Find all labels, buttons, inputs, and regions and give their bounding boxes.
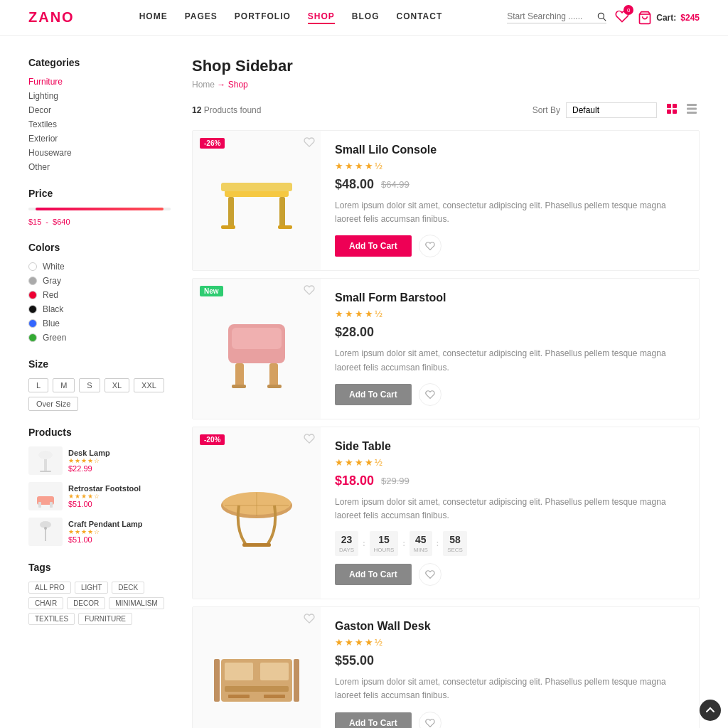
nav-contact[interactable]: CONTACT [396, 11, 442, 24]
view-button[interactable]: 👁 [269, 573, 289, 593]
add-to-cart-button[interactable]: Add To Cart [335, 564, 412, 585]
shop-header: Shop Sidebar Home → Shop [192, 57, 700, 90]
tag-all-pro[interactable]: ALL PRO [28, 582, 71, 594]
price-range-bar[interactable] [28, 208, 171, 210]
nav-home[interactable]: HOME [139, 11, 168, 24]
logo[interactable]: ZANO [28, 9, 75, 26]
product-info: Gaston Wall Desk ★★★★½ $55.00 Lorem ipsu… [321, 607, 699, 728]
category-houseware[interactable]: Houseware [28, 148, 171, 158]
svg-rect-42 [214, 659, 220, 702]
zoom-button[interactable]: 🔍 [224, 722, 244, 729]
size-xl[interactable]: XL [105, 378, 129, 392]
quick-add-button[interactable]: 🛒 [247, 573, 267, 593]
color-red[interactable]: Red [28, 290, 171, 300]
view-button[interactable]: 👁 [269, 722, 289, 729]
price-max: $640 [53, 218, 70, 226]
category-furniture[interactable]: Furniture [28, 77, 171, 87]
mini-product-info: Retrostar Footstool ★★★★☆ $51.00 [68, 484, 171, 508]
nav-blog[interactable]: BLOG [352, 11, 380, 24]
nav-pages[interactable]: PAGES [185, 11, 218, 24]
view-button[interactable]: 👁 [269, 393, 289, 413]
product-wishlist-button[interactable] [419, 712, 441, 729]
gray-dot [28, 277, 37, 285]
tag-furniture[interactable]: FURNITURE [78, 613, 132, 625]
svg-rect-40 [228, 695, 250, 698]
tag-chair[interactable]: CHAIR [28, 597, 63, 609]
zoom-button[interactable]: 🔍 [224, 573, 244, 593]
svg-line-1 [604, 18, 606, 21]
svg-rect-8 [50, 502, 53, 508]
product-actions: Add To Cart [335, 712, 685, 729]
color-white[interactable]: White [28, 262, 171, 272]
category-exterior[interactable]: Exterior [28, 134, 171, 144]
view-button[interactable]: 👁 [269, 245, 289, 264]
add-to-cart-button[interactable]: Add To Cart [335, 712, 412, 729]
sort-select[interactable]: Default Price: Low to High Price: High t… [566, 102, 657, 118]
product-card-4: 🔍 🛒 👁 Gaston Wall Desk ★★★★½ $55.00 Lore… [192, 606, 700, 728]
quick-add-button[interactable]: 🛒 [247, 245, 267, 264]
size-s[interactable]: S [79, 378, 100, 392]
tag-minimalism[interactable]: MINIMALISM [109, 597, 164, 609]
product-price: $55.00 [335, 653, 685, 668]
product-wishlist-corner[interactable] [304, 136, 315, 150]
list-view-button[interactable] [684, 101, 700, 119]
wishlist-button[interactable]: 0 [615, 9, 629, 26]
product-wishlist-corner[interactable] [304, 433, 315, 446]
svg-rect-37 [225, 663, 253, 680]
color-gray[interactable]: Gray [28, 276, 171, 286]
product-stars: ★★★★½ [335, 457, 685, 468]
color-black[interactable]: Black [28, 304, 171, 314]
tag-decor[interactable]: DECOR [67, 597, 105, 609]
black-dot [28, 305, 37, 314]
nav-portfolio[interactable]: PORTFOLIO [235, 11, 291, 24]
size-options: LMSXLXXLOver Size [28, 378, 171, 411]
size-l[interactable]: L [28, 378, 48, 392]
product-wishlist-corner[interactable] [304, 284, 315, 298]
category-other[interactable]: Other [28, 162, 171, 172]
mini-product-1[interactable]: Retrostar Footstool ★★★★☆ $51.00 [28, 482, 171, 510]
tag-light[interactable]: LIGHT [75, 582, 108, 594]
color-green[interactable]: Green [28, 333, 171, 343]
category-decor[interactable]: Decor [28, 105, 171, 115]
mini-product-2[interactable]: Craft Pendant Lamp ★★★★☆ $51.00 [28, 518, 171, 546]
product-current-price: $28.00 [335, 325, 374, 340]
product-wishlist-corner[interactable] [304, 613, 315, 626]
product-stars: ★★★★½ [335, 637, 685, 648]
size-title: Size [28, 358, 171, 370]
breadcrumb-home[interactable]: Home [192, 80, 215, 90]
nav-shop[interactable]: SHOP [308, 11, 335, 24]
zoom-button[interactable]: 🔍 [224, 245, 244, 264]
size-m[interactable]: M [53, 378, 75, 392]
product-current-price: $55.00 [335, 653, 374, 668]
mini-product-name: Desk Lamp [68, 449, 171, 457]
cart-button[interactable]: Cart: $245 [638, 11, 700, 25]
mini-product-0[interactable]: Desk Lamp ★★★★☆ $22.99 [28, 446, 171, 475]
quick-add-button[interactable]: 🛒 [247, 393, 267, 413]
product-wishlist-button[interactable] [419, 563, 441, 586]
size-xxl[interactable]: XXL [134, 378, 164, 392]
product-desc: Lorem ipsum dolor sit amet, consectetur … [335, 496, 685, 523]
search-icon[interactable] [596, 11, 606, 21]
category-textiles[interactable]: Textiles [28, 119, 171, 129]
svg-rect-18 [687, 112, 697, 114]
search-box[interactable] [507, 11, 606, 23]
mini-product-img [28, 518, 63, 546]
tag-deck[interactable]: DECK [112, 582, 144, 594]
tag-textiles[interactable]: TEXTILES [28, 613, 75, 625]
category-lighting[interactable]: Lighting [28, 91, 171, 101]
mini-product-stars: ★★★★☆ [68, 528, 171, 535]
grid-view-button[interactable] [664, 101, 680, 119]
size-over-size[interactable]: Over Size [28, 397, 78, 411]
scroll-top-button[interactable] [700, 700, 721, 721]
color-blue[interactable]: Blue [28, 318, 171, 328]
quick-add-button[interactable]: 🛒 [247, 722, 267, 729]
add-to-cart-button[interactable]: Add To Cart [335, 384, 412, 405]
search-input[interactable] [507, 11, 592, 21]
tags-container: ALL PROLIGHTDECKCHAIRDECORMINIMALISMTEXT… [28, 582, 171, 625]
product-old-price: $64.99 [381, 179, 410, 190]
product-wishlist-button[interactable] [419, 383, 441, 406]
add-to-cart-button[interactable]: Add To Cart [335, 235, 412, 257]
main-nav: HOMEPAGESPORTFOLIOSHOPBLOGCONTACT [139, 11, 443, 24]
product-wishlist-button[interactable] [419, 235, 441, 257]
zoom-button[interactable]: 🔍 [224, 393, 244, 413]
